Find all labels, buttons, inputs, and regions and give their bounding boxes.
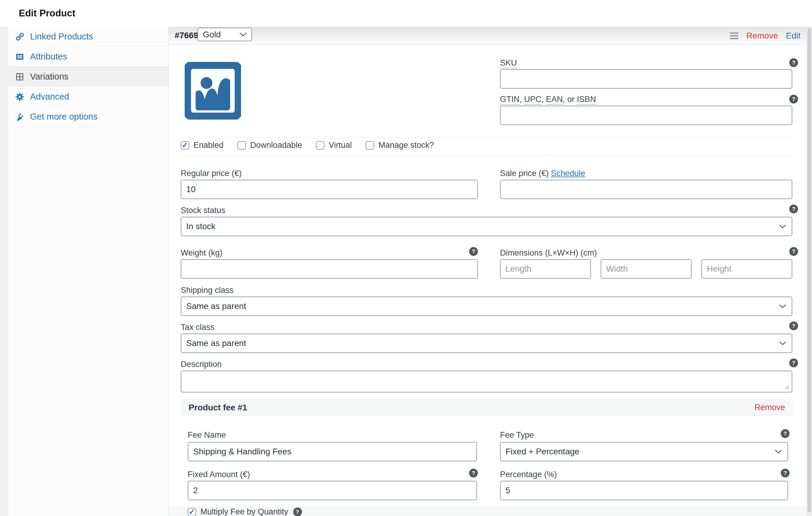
edit-variation-link[interactable]: Edit (786, 31, 801, 41)
sale-price-input[interactable] (500, 180, 792, 199)
chevron-down-icon (775, 450, 782, 454)
sidebar-item-label: Advanced (30, 92, 69, 102)
sku-help-icon[interactable]: ? (789, 58, 798, 67)
product-data-tabs: Linked Products Attributes Variations Ad… (8, 27, 168, 516)
chevron-down-icon (779, 304, 786, 309)
schedule-link[interactable]: Schedule (551, 169, 585, 178)
gtin-help-icon[interactable]: ? (789, 95, 798, 104)
link-icon (15, 32, 25, 42)
plug-icon (15, 112, 25, 122)
gtin-input[interactable] (500, 106, 792, 125)
variation-panel: #7669 Gold Remove Edit SKU ? GTIN, UPC, … (168, 27, 807, 516)
dimensions-label: Dimensions (L×W×H) (cm) (500, 248, 597, 258)
top-bar: Edit Product (0, 0, 812, 27)
product-fee-title: Product fee #1 (188, 403, 247, 412)
downloadable-label: Downloadable (250, 140, 302, 150)
fixed-amount-help-icon[interactable]: ? (469, 469, 478, 478)
fixed-amount-label: Fixed Amount (€) (188, 470, 250, 479)
sale-price-label: Sale price (€) Schedule (500, 169, 585, 178)
gtin-label: GTIN, UPC, EAN, or ISBN (500, 95, 596, 104)
sidebar-item-linked-products[interactable]: Linked Products (8, 27, 168, 47)
sidebar-item-get-more-options[interactable]: Get more options (8, 107, 168, 127)
resize-grip-icon[interactable] (784, 384, 790, 390)
enabled-checkbox[interactable]: ✓ (181, 141, 189, 150)
virtual-checkbox[interactable] (316, 141, 324, 150)
chevron-down-icon (779, 224, 786, 229)
scrollbar-thumb[interactable] (808, 28, 811, 512)
weight-help-icon[interactable]: ? (469, 247, 478, 256)
multiply-fee-checkbox[interactable]: ✓ (188, 508, 196, 516)
description-help-icon[interactable]: ? (789, 358, 798, 367)
multiply-fee-row: ✓ Multiply Fee by Quantity ? (188, 507, 302, 516)
manage-stock-label: Manage stock? (378, 140, 434, 150)
regular-price-input[interactable] (181, 180, 478, 199)
tax-class-label: Tax class (181, 323, 214, 332)
multiply-fee-label: Multiply Fee by Quantity (200, 507, 288, 516)
variation-image-placeholder[interactable] (185, 62, 241, 119)
variation-attribute-select[interactable]: Gold (197, 28, 252, 41)
weight-label: Weight (kg) (181, 248, 223, 258)
dimensions-help-icon[interactable]: ? (789, 247, 798, 256)
drag-handle-icon[interactable] (730, 31, 738, 40)
tax-class-select[interactable]: Same as parent (181, 333, 792, 353)
grid-icon (15, 72, 25, 82)
dimension-width-input[interactable] (601, 259, 692, 279)
enabled-label: Enabled (194, 140, 224, 150)
regular-price-label: Regular price (€) (181, 169, 242, 178)
percentage-label: Percentage (%) (500, 470, 557, 479)
dimension-length-input[interactable] (500, 259, 591, 279)
remove-fee-link[interactable]: Remove (754, 403, 785, 412)
stock-status-help-icon[interactable]: ? (789, 205, 798, 213)
tax-class-help-icon[interactable]: ? (789, 321, 798, 330)
product-fee-header: Product fee #1 Remove (181, 399, 793, 416)
variation-id: #7669 (175, 31, 198, 40)
variation-header: #7669 (169, 27, 807, 45)
sku-label: SKU (500, 58, 517, 68)
percentage-help-icon[interactable]: ? (781, 469, 789, 478)
sidebar-item-label: Get more options (30, 112, 97, 122)
sidebar-item-variations[interactable]: Variations (8, 67, 168, 87)
downloadable-checkbox[interactable] (237, 141, 246, 150)
description-label: Description (181, 360, 222, 369)
remove-variation-link[interactable]: Remove (746, 31, 778, 41)
fee-type-help-icon[interactable]: ? (781, 429, 789, 438)
multiply-fee-help-icon[interactable]: ? (293, 508, 302, 516)
variation-toggles: ✓ Enabled Downloadable Virtual Manage st… (181, 140, 434, 150)
weight-input[interactable] (181, 259, 478, 279)
percentage-input[interactable] (500, 481, 788, 500)
sidebar-item-label: Attributes (30, 52, 67, 62)
manage-stock-checkbox[interactable] (366, 141, 374, 150)
fee-type-label: Fee Type (500, 430, 534, 440)
sidebar-item-attributes[interactable]: Attributes (8, 47, 168, 67)
page-title: Edit Product (19, 8, 76, 19)
shipping-class-label: Shipping class (181, 286, 233, 295)
stock-status-select[interactable]: In stock (181, 217, 792, 236)
description-textarea[interactable] (181, 371, 792, 392)
gear-icon (15, 92, 25, 102)
variation-attribute-value: Gold (203, 30, 221, 39)
stock-status-label: Stock status (181, 206, 225, 215)
fee-name-input[interactable] (188, 442, 477, 461)
fee-name-label: Fee Name (188, 430, 226, 440)
sidebar-item-label: Linked Products (30, 32, 93, 42)
fee-type-select[interactable]: Fixed + Percentage (500, 442, 788, 461)
sidebar-item-advanced[interactable]: Advanced (8, 87, 168, 107)
fixed-amount-input[interactable] (188, 481, 477, 500)
dimension-height-input[interactable] (701, 259, 792, 279)
sidebar-item-label: Variations (30, 72, 68, 82)
attributes-icon (15, 52, 25, 62)
chevron-down-icon (779, 341, 786, 346)
chevron-down-icon (239, 32, 247, 37)
sku-input[interactable] (500, 69, 792, 89)
shipping-class-select[interactable]: Same as parent (181, 297, 792, 316)
virtual-label: Virtual (329, 140, 352, 150)
